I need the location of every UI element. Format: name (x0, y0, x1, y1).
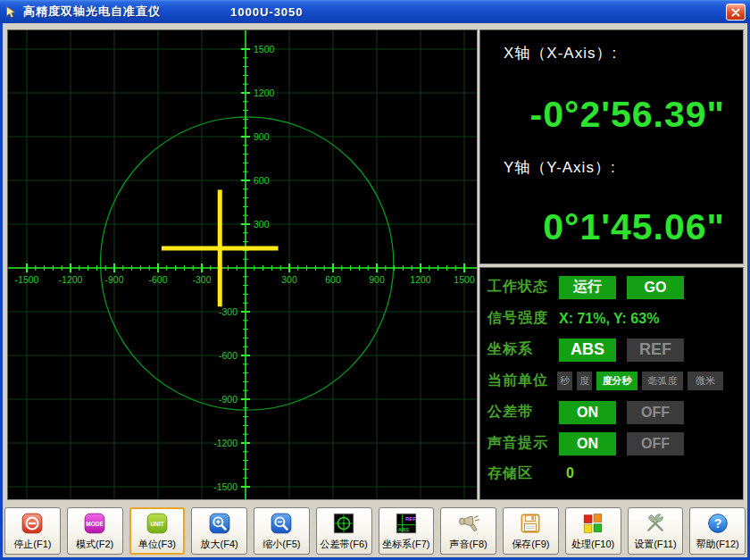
unit-icon: UNIT (146, 512, 169, 535)
mode-button-label: 模式(F2) (76, 538, 113, 551)
coordsys-icon: REF ABS (395, 512, 418, 535)
window-model: 1000U-3050 (230, 5, 304, 19)
svg-text:-900: -900 (219, 394, 238, 405)
help-button-label: 帮助(F12) (696, 538, 738, 551)
current-unit-row: 当前单位 秒 度 度分秒 毫弧度 微米 (488, 365, 736, 397)
svg-text:-1500: -1500 (15, 274, 39, 285)
x-axis-value: -0°2'56.39" (480, 94, 725, 136)
zoom-in-button[interactable]: 放大(F4) (191, 507, 247, 555)
help-button[interactable]: ? 帮助(F12) (689, 507, 746, 555)
signal-strength-value: X: 71%, Y: 63% (559, 311, 659, 327)
svg-text:900: 900 (369, 274, 385, 285)
svg-text:ABS: ABS (398, 526, 410, 531)
sound-button[interactable]: 声音(F8) (440, 507, 496, 555)
window-border-left (0, 23, 3, 560)
unit-option-mrad[interactable]: 毫弧度 (642, 372, 683, 390)
zoom-in-button-label: 放大(F4) (201, 538, 238, 551)
signal-strength-label: 信号强度 (488, 309, 559, 328)
current-unit-label: 当前单位 (488, 372, 557, 390)
svg-text:UNIT: UNIT (150, 520, 163, 526)
go-button[interactable]: GO (627, 276, 684, 299)
svg-text:1200: 1200 (410, 274, 431, 285)
tolerance-icon (332, 512, 355, 535)
tolerance-band-button[interactable]: 公差带(F6) (316, 507, 372, 555)
unit-button-label: 单位(F3) (138, 538, 176, 551)
storage-row: 存储区 0 (488, 459, 736, 488)
save-icon (519, 512, 542, 535)
y-axis-label: Y轴（Y-Axis）: (504, 157, 743, 178)
svg-text:600: 600 (325, 274, 341, 285)
svg-text:-600: -600 (148, 274, 167, 285)
toolbar: 停止(F1) MODE 模式(F2) UNIT 单位(F3) (3, 505, 747, 557)
svg-text:MODE: MODE (86, 520, 104, 526)
svg-text:-300: -300 (219, 306, 238, 317)
svg-text:-300: -300 (192, 274, 211, 285)
run-button[interactable]: 运行 (559, 276, 616, 299)
unit-button[interactable]: UNIT 单位(F3) (129, 507, 186, 555)
app-window: 高精度双轴光电自准直仪 1000U-3050 -1500-1200-900-60… (0, 0, 750, 560)
svg-text:1200: 1200 (254, 88, 275, 98)
tolerance-band-row: 公差带 ON OFF (488, 397, 736, 428)
abs-button[interactable]: ABS (559, 339, 616, 362)
signal-strength-row: 信号强度 X: 71%, Y: 63% (488, 303, 736, 334)
svg-text:?: ? (713, 515, 721, 530)
work-status-row: 工作状态 运行 GO (488, 272, 736, 303)
storage-value: 0 (566, 465, 574, 481)
process-button-label: 处理(F10) (571, 538, 614, 551)
storage-label: 存储区 (488, 464, 559, 483)
close-icon (730, 7, 741, 18)
coordinate-system-row: 坐标系 ABS REF (488, 334, 736, 365)
process-icon (581, 512, 604, 535)
y-axis-value: 0°1'45.06" (480, 206, 725, 248)
svg-text:-900: -900 (104, 274, 123, 285)
zoom-in-icon (208, 512, 231, 535)
status-panel: 工作状态 运行 GO 信号强度 X: 71%, Y: 63% 坐标系 ABS R… (479, 267, 744, 500)
mode-button[interactable]: MODE 模式(F2) (67, 507, 123, 555)
work-status-label: 工作状态 (488, 278, 559, 297)
svg-text:300: 300 (254, 219, 270, 230)
stop-icon (21, 512, 44, 535)
tolerance-band-button-label: 公差带(F6) (321, 538, 368, 551)
coordinate-system-button[interactable]: REF ABS 坐标系(F7) (379, 507, 435, 555)
help-icon: ? (706, 512, 729, 535)
reticle-plot-panel: -1500-1200-900-600-300300600900120015001… (7, 29, 478, 500)
settings-button[interactable]: 设置(F11) (628, 507, 684, 555)
svg-text:900: 900 (254, 131, 270, 142)
sound-prompt-row: 声音提示 ON OFF (488, 428, 736, 459)
svg-text:1500: 1500 (254, 44, 275, 54)
svg-text:-1200: -1200 (213, 438, 238, 448)
unit-option-arcsec[interactable]: 秒 (557, 372, 572, 390)
zoom-out-button[interactable]: 缩小(F5) (254, 507, 310, 555)
sound-button-label: 声音(F8) (450, 538, 488, 551)
stop-button-label: 停止(F1) (13, 538, 51, 551)
svg-text:600: 600 (254, 175, 270, 186)
sound-icon (457, 512, 480, 535)
readout-panel: X轴（X-Axis）: -0°2'56.39" Y轴（Y-Axis）: 0°1'… (479, 29, 744, 264)
stop-button[interactable]: 停止(F1) (4, 507, 61, 555)
sound-on-button[interactable]: ON (559, 432, 616, 456)
close-button[interactable] (726, 4, 746, 21)
svg-text:1500: 1500 (454, 274, 475, 285)
tolerance-on-button[interactable]: ON (559, 401, 616, 424)
settings-button-label: 设置(F11) (634, 538, 676, 551)
svg-text:-1500: -1500 (213, 481, 238, 492)
ref-button[interactable]: REF (627, 339, 684, 362)
zoom-out-icon (270, 512, 293, 535)
x-axis-label: X轴（X-Axis）: (504, 43, 743, 63)
unit-option-degree[interactable]: 度 (577, 372, 592, 390)
coordinate-system-button-label: 坐标系(F7) (382, 538, 429, 551)
zoom-out-button-label: 缩小(F5) (262, 538, 300, 551)
save-button[interactable]: 保存(F9) (503, 507, 559, 555)
unit-option-dms[interactable]: 度分秒 (596, 372, 638, 390)
tolerance-off-button[interactable]: OFF (627, 401, 684, 424)
svg-text:REF: REF (405, 516, 416, 522)
unit-option-micron[interactable]: 微米 (688, 372, 723, 390)
process-button[interactable]: 处理(F10) (565, 507, 621, 555)
svg-text:-600: -600 (219, 350, 238, 361)
svg-text:300: 300 (281, 274, 297, 285)
coordinate-system-label: 坐标系 (488, 340, 559, 359)
window-title: 高精度双轴光电自准直仪 (23, 4, 161, 20)
titlebar[interactable]: 高精度双轴光电自准直仪 1000U-3050 (0, 0, 750, 23)
sound-off-button[interactable]: OFF (627, 432, 684, 456)
reticle-plot: -1500-1200-900-600-300300600900120015001… (8, 30, 477, 499)
